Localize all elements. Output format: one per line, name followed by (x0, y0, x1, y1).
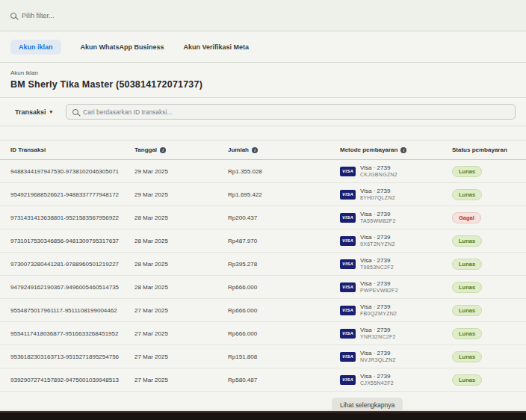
page-title: BM Sherly Tika Master (503814172071737) (10, 79, 516, 90)
column-label: Status pembayaran (452, 146, 507, 153)
info-icon[interactable]: i (400, 147, 406, 153)
table-row[interactable]: 9536182303163713-9515271895254756 27 Mar… (0, 345, 526, 368)
info-icon[interactable]: i (252, 147, 258, 153)
transaction-amount: Rp1.355.028 (228, 168, 340, 175)
filter-search-input[interactable] (22, 12, 516, 19)
search-icon (72, 109, 78, 115)
payment-method: VISA Visa · 2739 YNR32NC2F2 (340, 327, 452, 341)
visa-icon: VISA (340, 329, 356, 339)
card-label: Visa · 2739 (360, 211, 396, 218)
card-label: Visa · 2739 (360, 303, 397, 311)
payment-reference: CJX55N42F2 (360, 380, 394, 387)
transaction-date: 27 Mar 2025 (134, 377, 228, 383)
account-section-label: Akun iklan (10, 70, 516, 76)
info-icon[interactable]: i (160, 147, 166, 153)
transaction-amount: Rp666.000 (228, 284, 340, 291)
transaction-date: 27 Mar 2025 (134, 307, 228, 314)
transaction-amount: Rp666.000 (228, 307, 340, 314)
status-badge: Lunas (452, 166, 482, 177)
card-label: Visa · 2739 (360, 327, 396, 334)
payment-reference: FB0QZMYZN2 (360, 311, 397, 318)
search-icon (10, 13, 16, 19)
top-filter-bar (0, 0, 526, 31)
tab-akun-whatsapp-business[interactable]: Akun WhatsApp Business (81, 40, 164, 55)
table-row[interactable]: 9554117418036877-9516633268451952 27 Mar… (0, 322, 526, 345)
visa-icon: VISA (340, 282, 356, 292)
visa-icon: VISA (340, 167, 356, 176)
table-row[interactable]: 9549219688526621-9488337777948172 29 Mar… (0, 183, 526, 206)
global-filter-search[interactable] (10, 12, 516, 19)
tab-akun-verifikasi-meta[interactable]: Akun Verifikasi Meta (184, 40, 250, 55)
column-label: Metode pembayaran (340, 146, 397, 153)
status-badge: Lunas (452, 282, 482, 293)
table-row[interactable]: 9554875017961117-9511108199004462 27 Mar… (0, 299, 526, 322)
billing-card: Akun iklan Akun WhatsApp Business Akun V… (0, 31, 526, 410)
transaction-amount: Rp151.808 (228, 353, 340, 360)
transaction-id: 9392907274157892-9475001039948513 (10, 377, 134, 383)
status-badge: Lunas (452, 374, 482, 386)
payment-method: VISA Visa · 2739 TA55WM82F2 (340, 211, 452, 225)
table-header-row: ID Transaksi Tanggal i Jumlah i Metode p… (0, 140, 526, 160)
transaction-id: 9488344197947530-9738102046305071 (10, 168, 134, 175)
status-badge: Lunas (452, 305, 482, 316)
account-type-tabs: Akun iklan Akun WhatsApp Business Akun V… (0, 31, 526, 63)
payment-reference: CKJGBNGZN2 (360, 172, 397, 179)
transaction-amount: Rp666.000 (228, 330, 340, 337)
payment-method: VISA Visa · 2739 FB0QZMYZN2 (340, 303, 452, 318)
transaction-date: 27 Mar 2025 (134, 330, 228, 337)
payment-reference: TA55WM82F2 (360, 218, 396, 225)
payment-reference: NVJR3QLZN2 (360, 357, 396, 364)
visa-icon: VISA (340, 213, 356, 223)
visa-icon: VISA (340, 306, 356, 315)
column-header-tanggal: Tanggal i (134, 146, 228, 153)
see-more-button[interactable]: Lihat selengkapnya (332, 398, 403, 413)
visa-icon: VISA (340, 190, 356, 200)
column-header-status: Status pembayaran (452, 146, 516, 153)
table-row[interactable]: 9731431413638801-9521583567956922 28 Mar… (0, 206, 526, 229)
transaction-amount: Rp580.487 (228, 377, 340, 383)
transaction-date: 29 Mar 2025 (134, 191, 228, 198)
transaction-date: 28 Mar 2025 (134, 214, 228, 221)
table-row[interactable]: 9479249162190367-9496005460514735 28 Mar… (0, 276, 526, 299)
payment-method: VISA Visa · 2739 CKJGBNGZN2 (340, 164, 452, 179)
transaction-amount: Rp1.695.422 (228, 191, 340, 198)
transaction-date: 29 Mar 2025 (134, 168, 228, 175)
transaction-id: 9731017530346856-9481309795317637 (10, 238, 134, 244)
transaction-date: 28 Mar 2025 (134, 238, 228, 244)
visa-icon: VISA (340, 375, 356, 385)
payment-method: VISA Visa · 2739 T9853NC2F2 (340, 257, 452, 271)
column-header-id: ID Transaksi (10, 146, 134, 153)
tab-akun-iklan[interactable]: Akun iklan (10, 40, 61, 55)
transaction-amount: Rp395.278 (228, 261, 340, 268)
payment-reference: YNR32NC2F2 (360, 334, 396, 341)
transaction-search-input[interactable] (83, 108, 509, 116)
transactions-table: ID Transaksi Tanggal i Jumlah i Metode p… (0, 140, 526, 420)
transaction-search-box[interactable] (66, 104, 516, 120)
transaction-date: 27 Mar 2025 (134, 353, 228, 360)
transaction-date: 28 Mar 2025 (134, 261, 228, 268)
table-row[interactable]: 9392907274157892-9475001039948513 27 Mar… (0, 368, 526, 392)
transaction-id: 9554117418036877-9516633268451952 (10, 330, 134, 337)
card-label: Visa · 2739 (360, 234, 395, 241)
column-header-metode: Metode pembayaran i (340, 146, 452, 153)
table-row[interactable]: 9730073280441281-9788960501219227 28 Mar… (0, 253, 526, 276)
transaction-date: 28 Mar 2025 (134, 284, 228, 291)
table-row[interactable]: 9731017530346856-9481309795317637 28 Mar… (0, 229, 526, 253)
column-label: Tanggal (134, 146, 157, 153)
transaction-type-dropdown[interactable]: Transaksi ▾ (10, 105, 57, 119)
status-badge: Gagal (452, 212, 481, 223)
transaction-id: 9479249162190367-9496005460514735 (10, 284, 134, 291)
column-label: Jumlah (228, 146, 249, 153)
transaction-id: 9536182303163713-9515271895254756 (10, 353, 134, 360)
transaction-id: 9549219688526621-9488337777948172 (10, 191, 134, 198)
column-label: ID Transaksi (10, 146, 46, 153)
visa-icon: VISA (340, 352, 356, 362)
transaction-id: 9731431413638801-9521583567956922 (10, 214, 134, 221)
transaction-amount: Rp487.970 (228, 238, 340, 244)
card-label: Visa · 2739 (360, 257, 394, 265)
status-badge: Lunas (452, 235, 482, 247)
table-row[interactable]: 9488344197947530-9738102046305071 29 Mar… (0, 160, 526, 183)
payment-method: VISA Visa · 2739 NVJR3QLZN2 (340, 350, 452, 364)
card-label: Visa · 2739 (360, 164, 397, 172)
chevron-down-icon: ▾ (50, 109, 53, 115)
